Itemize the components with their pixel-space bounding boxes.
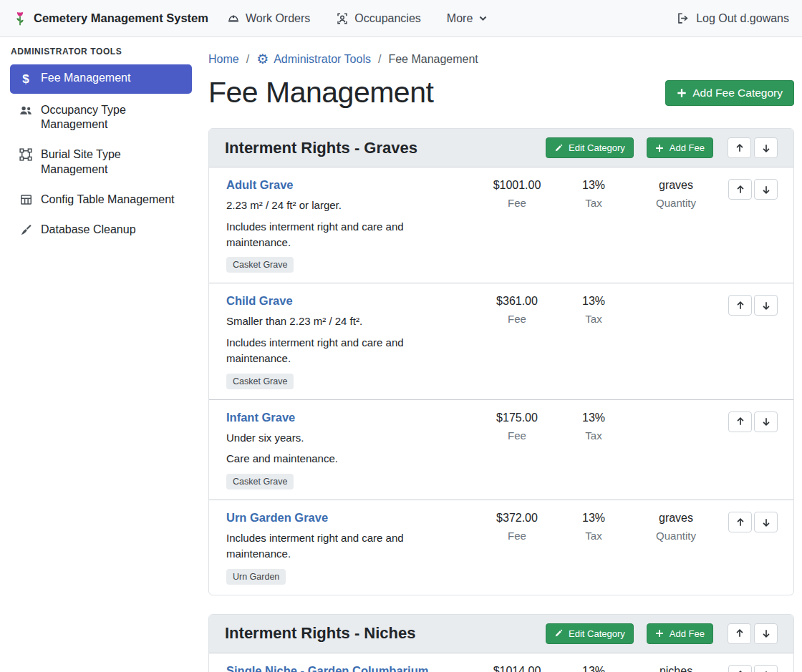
- arrow-down-icon: [761, 143, 771, 153]
- edit-category-label: Edit Category: [569, 628, 625, 639]
- fee-amount: $175.00: [477, 412, 557, 424]
- app-brand[interactable]: Cemetery Management System: [13, 11, 208, 26]
- fee-arrows: [722, 511, 778, 532]
- logout-link[interactable]: Log Out d.gowans: [676, 11, 789, 25]
- fee-tax: 13%: [557, 295, 630, 308]
- sidebar-item-occupancy-type[interactable]: Occupancy Type Management: [10, 97, 192, 139]
- main-content: Home / ⚙ Administrator Tools / Fee Manag…: [200, 37, 802, 672]
- fee-quantity: niches: [630, 665, 722, 672]
- category-move-up-button[interactable]: [728, 137, 751, 158]
- fee-amount-label: Fee: [477, 313, 557, 325]
- fee-amount-col: $361.00 Fee: [477, 294, 557, 325]
- pencil-icon: [554, 629, 563, 638]
- fee-tax-label: Tax: [557, 197, 630, 209]
- plus-icon: [655, 629, 664, 638]
- sidebar-item-config-table[interactable]: Config Table Management: [10, 186, 192, 213]
- add-fee-label: Add Fee: [670, 142, 705, 153]
- sidebar-item-database-cleanup[interactable]: Database Cleanup: [10, 216, 192, 243]
- sidebar-item-burial-site-type[interactable]: Burial Site Type Management: [10, 141, 192, 183]
- sidebar-heading: ADMINISTRATOR TOOLS: [11, 47, 192, 57]
- fee-row: Urn Garden Grave Includes interment righ…: [209, 500, 793, 595]
- fee-amount-col: $372.00 Fee: [477, 511, 557, 542]
- fee-move-down-button[interactable]: [754, 412, 778, 432]
- fee-name-link[interactable]: Single Niche - Garden Columbarium: [226, 664, 470, 672]
- nav-work-orders-label: Work Orders: [246, 12, 310, 25]
- fee-type-badge: Casket Grave: [226, 257, 294, 273]
- sidebar-item-label: Occupancy Type Management: [41, 103, 183, 132]
- fee-amount-col: $1001.00 Fee: [477, 178, 557, 209]
- breadcrumb: Home / ⚙ Administrator Tools / Fee Manag…: [208, 52, 794, 66]
- category-move-up-button[interactable]: [728, 623, 751, 644]
- nav-work-orders[interactable]: Work Orders: [227, 12, 310, 25]
- sidebar-item-fee-management[interactable]: $ Fee Management: [10, 64, 192, 94]
- breadcrumb-home[interactable]: Home: [208, 53, 239, 66]
- fee-quantity-col: graves Quantity: [630, 178, 722, 209]
- nav-occupancies[interactable]: Occupancies: [336, 12, 421, 25]
- sidebar-item-label: Database Cleanup: [41, 223, 136, 237]
- fee-move-up-button[interactable]: [728, 295, 752, 316]
- fee-move-down-button[interactable]: [754, 179, 778, 200]
- plus-icon: [677, 88, 687, 98]
- breadcrumb-admin-tools[interactable]: ⚙ Administrator Tools: [256, 52, 371, 66]
- logout-label: Log Out d.gowans: [696, 12, 789, 25]
- top-navbar: Cemetery Management System Work Orders O…: [0, 0, 802, 37]
- fee-arrows: [722, 411, 778, 432]
- fee-tax-col: 13% Tax: [557, 294, 630, 325]
- fee-details: Child Grave Smaller than 2.23 m² / 24 ft…: [226, 294, 477, 389]
- fee-name-link[interactable]: Child Grave: [226, 294, 470, 308]
- fee-quantity-label: Quantity: [630, 530, 722, 542]
- add-fee-category-button[interactable]: Add Fee Category: [665, 80, 794, 106]
- fee-amount: $1001.00: [477, 179, 557, 192]
- add-fee-button[interactable]: Add Fee: [647, 137, 713, 158]
- fee-move-up-button[interactable]: [728, 412, 752, 432]
- fee-description-1: 2.23 m² / 24 ft² or larger.: [226, 198, 470, 213]
- plus-icon: [655, 144, 664, 152]
- fee-move-down-button[interactable]: [754, 295, 778, 316]
- fee-details: Infant Grave Under six years. Care and m…: [226, 411, 477, 490]
- fee-row: Adult Grave 2.23 m² / 24 ft² or larger. …: [209, 167, 793, 283]
- fee-move-up-button[interactable]: [728, 665, 752, 672]
- fee-description-2: Includes interment right and care and ma…: [226, 335, 470, 366]
- edit-category-button[interactable]: Edit Category: [546, 137, 634, 158]
- fee-tax-col: 13% Tax: [557, 511, 630, 542]
- fee-move-up-button[interactable]: [728, 179, 752, 200]
- logout-icon: [676, 11, 690, 25]
- edit-category-button[interactable]: Edit Category: [546, 623, 634, 644]
- fee-row: Infant Grave Under six years. Care and m…: [209, 399, 793, 500]
- fee-name-link[interactable]: Adult Grave: [226, 178, 470, 192]
- add-fee-label: Add Fee: [670, 628, 705, 639]
- fee-move-down-button[interactable]: [754, 512, 778, 532]
- fee-list: Adult Grave 2.23 m² / 24 ft² or larger. …: [209, 167, 793, 595]
- fee-type-badge: Casket Grave: [226, 374, 294, 389]
- fee-name-link[interactable]: Urn Garden Grave: [226, 511, 470, 525]
- fee-row: Child Grave Smaller than 2.23 m² / 24 ft…: [209, 283, 793, 399]
- fee-tax-label: Tax: [557, 313, 630, 325]
- nav-more-label: More: [447, 12, 473, 25]
- fee-name-link[interactable]: Infant Grave: [226, 411, 470, 424]
- fee-tax-col: 13% Tax: [557, 178, 630, 209]
- fee-quantity-col: niches Quantity: [630, 664, 722, 672]
- fee-amount: $361.00: [477, 295, 557, 308]
- arrow-up-icon: [735, 301, 745, 311]
- broom-icon: [19, 223, 33, 236]
- burial-site-icon: [19, 148, 33, 161]
- fee-move-up-button[interactable]: [728, 512, 752, 532]
- occupancy-icon: [336, 12, 349, 25]
- add-fee-button[interactable]: Add Fee: [647, 623, 713, 644]
- fee-description-2: Includes interment right and care and ma…: [226, 219, 470, 250]
- arrow-down-icon: [761, 417, 771, 427]
- edit-category-label: Edit Category: [569, 142, 625, 153]
- fee-tax: 13%: [557, 665, 630, 672]
- fee-amount: $1014.00: [477, 665, 557, 672]
- nav-more[interactable]: More: [447, 12, 488, 25]
- fee-quantity-col: graves Quantity: [630, 511, 722, 542]
- fee-quantity-col: [630, 411, 722, 417]
- fee-move-down-button[interactable]: [754, 665, 778, 672]
- flower-logo-icon: [13, 11, 27, 26]
- sidebar-item-label: Fee Management: [41, 71, 130, 85]
- fee-type-badge: Urn Garden: [226, 569, 286, 585]
- category-move-down-button[interactable]: [754, 137, 778, 158]
- category-move-down-button[interactable]: [754, 623, 778, 644]
- navbar-links: Work Orders Occupancies More: [227, 12, 488, 25]
- page-title: Fee Management: [208, 76, 433, 109]
